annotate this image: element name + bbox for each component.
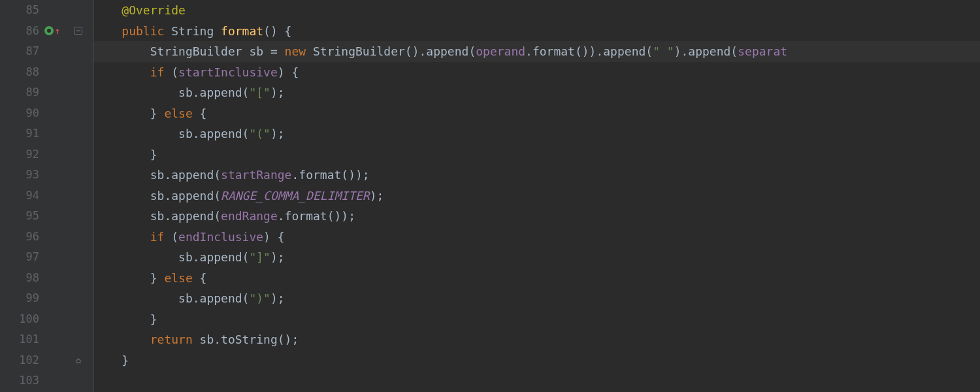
- code-line[interactable]: @Override: [93, 0, 980, 21]
- gutter-line: 90: [0, 103, 93, 124]
- line-number[interactable]: 101: [0, 329, 39, 350]
- line-number[interactable]: 103: [0, 370, 39, 391]
- code-token: sb.append(: [178, 247, 249, 268]
- code-line[interactable]: [93, 370, 980, 391]
- code-line[interactable]: sb.append("]");: [93, 247, 980, 268]
- line-number[interactable]: 102: [0, 350, 39, 371]
- fold-icon: [74, 356, 82, 364]
- indent: [93, 186, 150, 206]
- code-token: String: [171, 21, 221, 42]
- code-line[interactable]: sb.append("(");: [93, 123, 980, 144]
- code-line[interactable]: sb.append(startRange.format());: [93, 165, 980, 186]
- line-number[interactable]: 87: [0, 41, 39, 62]
- indent: [93, 21, 122, 42]
- gutter-line: 100: [0, 309, 93, 330]
- fold-handle[interactable]: [65, 27, 91, 35]
- indent: [93, 144, 150, 165]
- code-line[interactable]: }: [93, 350, 980, 371]
- code-token: sb.append(: [150, 165, 221, 186]
- line-number[interactable]: 98: [0, 268, 39, 289]
- code-area[interactable]: @Override public String format() { Strin…: [93, 0, 980, 392]
- code-line[interactable]: return sb.toString();: [93, 329, 980, 350]
- gutter-line: 97: [0, 247, 93, 268]
- gutter-line: 101: [0, 329, 93, 350]
- code-line[interactable]: }: [93, 144, 980, 165]
- code-token: );: [270, 82, 285, 103]
- indent: [93, 41, 150, 62]
- line-number[interactable]: 95: [0, 206, 39, 227]
- code-token: }: [122, 350, 129, 371]
- code-token: sb.toString();: [200, 329, 299, 350]
- code-line[interactable]: } else {: [93, 103, 980, 124]
- code-token: sb.append(: [178, 82, 249, 103]
- gutter-line: 89: [0, 82, 93, 103]
- code-token: }: [150, 309, 157, 330]
- code-line[interactable]: sb.append("[");: [93, 82, 980, 103]
- code-line[interactable]: sb.append(")");: [93, 288, 980, 309]
- code-token: startInclusive: [178, 62, 278, 83]
- line-number[interactable]: 88: [0, 62, 39, 83]
- gutter-line: 98: [0, 268, 93, 289]
- code-line[interactable]: sb.append(RANGE_COMMA_DELIMITER);: [93, 186, 980, 206]
- gutter-line: 87: [0, 41, 93, 62]
- code-editor: 8586↑87888990919293949596979899100101102…: [0, 0, 980, 392]
- code-token: .format());: [291, 165, 369, 186]
- line-number[interactable]: 100: [0, 309, 39, 330]
- code-token: @Override: [122, 0, 186, 21]
- code-token: "[": [249, 82, 270, 103]
- line-number[interactable]: 92: [0, 144, 39, 165]
- code-token: .format()).append(: [525, 41, 653, 62]
- line-number[interactable]: 86: [0, 21, 39, 42]
- code-line[interactable]: StringBuilder sb = new StringBuilder().a…: [93, 41, 980, 62]
- code-token: (: [171, 62, 178, 83]
- code-token: }: [150, 268, 165, 289]
- code-token: else: [164, 268, 199, 289]
- code-token: sb.append(: [178, 288, 249, 309]
- line-number[interactable]: 93: [0, 165, 39, 186]
- gutter-line: 86↑: [0, 21, 93, 42]
- line-number[interactable]: 94: [0, 186, 39, 206]
- code-token: );: [270, 123, 285, 144]
- code-line[interactable]: sb.append(endRange.format());: [93, 206, 980, 227]
- line-number[interactable]: 90: [0, 103, 39, 124]
- override-marker-icon[interactable]: [44, 26, 54, 35]
- code-token: ")": [249, 288, 270, 309]
- line-number[interactable]: 85: [0, 0, 39, 21]
- fold-icon: [74, 27, 82, 35]
- line-number[interactable]: 99: [0, 288, 39, 309]
- up-arrow-icon[interactable]: ↑: [55, 21, 60, 42]
- gutter-line: 85: [0, 0, 93, 21]
- code-token: public: [122, 21, 171, 42]
- indent: [93, 0, 122, 21]
- indent: [93, 350, 122, 371]
- code-token: StringBuilder().append(: [313, 41, 476, 62]
- indent: [93, 206, 150, 227]
- code-token: else: [164, 103, 199, 124]
- code-line[interactable]: }: [93, 309, 980, 330]
- code-line[interactable]: if (startInclusive) {: [93, 62, 980, 83]
- code-token: "]": [249, 247, 270, 268]
- code-line[interactable]: } else {: [93, 268, 980, 289]
- line-number[interactable]: 97: [0, 247, 39, 268]
- gutter-line: 93: [0, 165, 93, 186]
- line-number[interactable]: 89: [0, 82, 39, 103]
- line-number[interactable]: 91: [0, 123, 39, 144]
- indent: [93, 165, 150, 186]
- indent: [93, 268, 150, 289]
- code-token: format: [221, 21, 263, 42]
- indent: [93, 227, 150, 248]
- code-token: {: [200, 268, 207, 289]
- code-token: separat: [738, 41, 787, 62]
- code-token: sb.append(: [150, 186, 221, 206]
- code-line[interactable]: if (endInclusive) {: [93, 227, 980, 248]
- gutter-line: 103: [0, 370, 93, 391]
- code-token: }: [150, 103, 165, 124]
- indent: [93, 288, 178, 309]
- fold-handle[interactable]: [65, 356, 91, 364]
- code-token: (: [171, 227, 178, 248]
- code-line[interactable]: public String format() {: [93, 21, 980, 42]
- line-number[interactable]: 96: [0, 227, 39, 248]
- indent: [93, 329, 150, 350]
- gutter-line: 99: [0, 288, 93, 309]
- indent: [93, 62, 150, 83]
